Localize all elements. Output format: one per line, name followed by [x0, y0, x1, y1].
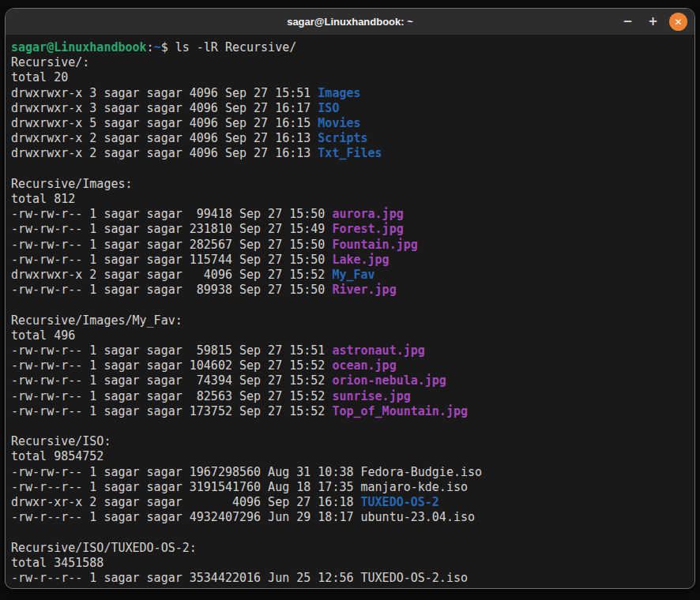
terminal-line: drwxrwxr-x 3 sagar sagar 4096 Sep 27 16:… — [11, 101, 690, 116]
terminal-line: Recursive/ISO/TUXEDO-OS-2: — [11, 541, 690, 556]
terminal-line — [11, 419, 690, 434]
terminal-text-segment: -rw-rw-r-- 1 sagar sagar 282567 Sep 27 1… — [11, 238, 332, 252]
terminal-text-segment: My_Fav — [332, 268, 374, 282]
terminal-text-segment: total 812 — [11, 192, 75, 206]
terminal-text-segment: $ ls -lR Recursive/ — [161, 40, 297, 54]
terminal-text-segment: total 496 — [11, 328, 75, 343]
titlebar[interactable]: sagar@Linuxhandbook: ~ − + ✕ — [6, 9, 694, 36]
terminal-line: -rw-rw-r-- 1 sagar sagar 89938 Sep 27 15… — [11, 283, 690, 298]
terminal-text-segment: River.jpg — [332, 283, 396, 297]
terminal-line: Recursive/: — [11, 55, 690, 70]
terminal-line: total 9854752 — [11, 449, 690, 464]
terminal-text-segment: orion-nebula.jpg — [332, 373, 446, 388]
terminal-line: -rw-rw-r-- 1 sagar sagar 104602 Sep 27 1… — [11, 358, 690, 373]
terminal-text-segment: sagar@Linuxhandbook — [11, 40, 147, 54]
terminal-text-segment: drwxrwxr-x 2 sagar sagar 4096 Sep 27 16:… — [11, 131, 318, 145]
terminal-line — [11, 162, 690, 177]
terminal-text-segment: Forest.jpg — [332, 222, 403, 236]
terminal-text-segment: -rw-rw-r-- 1 sagar sagar 59815 Sep 27 15… — [11, 343, 332, 358]
terminal-line: -rw-r--r-- 1 sagar sagar 3191541760 Aug … — [11, 480, 690, 495]
terminal-line: -rw-r--r-- 1 sagar sagar 3534422016 Jun … — [11, 571, 690, 586]
terminal-line: -rw-rw-r-- 1 sagar sagar 99418 Sep 27 15… — [11, 207, 690, 222]
terminal-line — [11, 298, 690, 313]
terminal-line: drwxrwxr-x 2 sagar sagar 4096 Sep 27 16:… — [11, 131, 690, 146]
terminal-text-segment: -rw-rw-r-- 1 sagar sagar 82563 Sep 27 15… — [11, 389, 332, 403]
terminal-text-segment: drwxrwxr-x 2 sagar sagar 4096 Sep 27 15:… — [11, 268, 332, 282]
terminal-text-segment: Movies — [318, 116, 360, 130]
desktop-background: { "window": { "title": "sagar@Linuxhandb… — [0, 0, 700, 600]
terminal-output[interactable]: sagar@Linuxhandbook:~$ ls -lR Recursive/… — [6, 36, 694, 588]
terminal-text-segment: Recursive/ISO/TUXEDO-OS-2: — [11, 541, 197, 555]
close-icon: ✕ — [674, 17, 682, 27]
terminal-line: total 496 — [11, 328, 690, 343]
terminal-line: -rw-r--r-- 1 sagar sagar 4932407296 Jun … — [11, 510, 690, 525]
terminal-line: -rw-rw-r-- 1 sagar sagar 74394 Sep 27 15… — [11, 373, 690, 388]
terminal-line: -rw-rw-r-- 1 sagar sagar 59815 Sep 27 15… — [11, 343, 690, 358]
terminal-text-segment: Recursive/ISO: — [11, 434, 111, 448]
terminal-text-segment: -rw-r--r-- 1 sagar sagar 3534422016 Jun … — [11, 571, 468, 585]
terminal-text-segment: -rw-rw-r-- 1 sagar sagar 231810 Sep 27 1… — [11, 222, 332, 236]
terminal-line: -rw-rw-r-- 1 sagar sagar 231810 Sep 27 1… — [11, 222, 690, 237]
terminal-text-segment: -rw-r--r-- 1 sagar sagar 4932407296 Jun … — [11, 510, 475, 524]
terminal-text-segment: drwxr-xr-x 2 sagar sagar 4096 Sep 27 16:… — [11, 495, 361, 509]
terminal-text-segment: total 3451588 — [11, 556, 103, 570]
terminal-text-segment: astronaut.jpg — [332, 343, 424, 358]
terminal-text-segment: -rw-rw-r-- 1 sagar sagar 115744 Sep 27 1… — [11, 253, 332, 267]
terminal-line: sagar@Linuxhandbook:~$ ls -lR Recursive/ — [11, 40, 690, 55]
terminal-text-segment: drwxrwxr-x 3 sagar sagar 4096 Sep 27 15:… — [11, 86, 318, 100]
terminal-text-segment: -rw-rw-r-- 1 sagar sagar 104602 Sep 27 1… — [11, 358, 332, 373]
terminal-text-segment: Images — [318, 86, 360, 100]
terminal-window: sagar@Linuxhandbook: ~ − + ✕ sagar@Linux… — [5, 8, 695, 589]
close-button[interactable]: ✕ — [669, 13, 687, 31]
terminal-text-segment: Recursive/: — [11, 55, 89, 69]
terminal-line: -rw-rw-r-- 1 sagar sagar 82563 Sep 27 15… — [11, 389, 690, 404]
minimize-icon: − — [623, 16, 633, 28]
terminal-line: total 3451588 — [11, 556, 690, 571]
terminal-text-segment: -rw-rw-r-- 1 sagar sagar 173752 Sep 27 1… — [11, 404, 332, 418]
terminal-text-segment: -rw-rw-r-- 1 sagar sagar 89938 Sep 27 15… — [11, 283, 332, 297]
terminal-line: drwxrwxr-x 5 sagar sagar 4096 Sep 27 16:… — [11, 116, 690, 131]
terminal-line: drwxrwxr-x 2 sagar sagar 4096 Sep 27 16:… — [11, 146, 690, 161]
terminal-text-segment: Txt_Files — [318, 146, 382, 160]
terminal-text-segment: Scripts — [318, 131, 367, 145]
terminal-text-segment: aurora.jpg — [332, 207, 403, 221]
terminal-text-segment: drwxrwxr-x 2 sagar sagar 4096 Sep 27 16:… — [11, 146, 318, 160]
terminal-line: -rw-rw-r-- 1 sagar sagar 282567 Sep 27 1… — [11, 238, 690, 253]
terminal-line: Recursive/Images/My_Fav: — [11, 313, 690, 328]
terminal-line: Recursive/ISO: — [11, 434, 690, 449]
terminal-line: total 812 — [11, 192, 690, 207]
terminal-text-segment: -rw-rw-r-- 1 sagar sagar 74394 Sep 27 15… — [11, 373, 332, 388]
terminal-text-segment: Fountain.jpg — [332, 238, 417, 252]
terminal-text-segment: Recursive/Images: — [11, 177, 133, 191]
window-controls: − + ✕ — [619, 9, 687, 35]
terminal-text-segment: Top_of_Mountain.jpg — [332, 404, 468, 418]
terminal-line: -rw-rw-r-- 1 sagar sagar 115744 Sep 27 1… — [11, 253, 690, 268]
maximize-icon: + — [648, 16, 658, 28]
terminal-text-segment: -rw-rw-r-- 1 sagar sagar 99418 Sep 27 15… — [11, 207, 332, 221]
terminal-line — [11, 526, 690, 541]
terminal-text-segment: Recursive/Images/My_Fav: — [11, 313, 183, 328]
terminal-line: Recursive/Images: — [11, 177, 690, 192]
terminal-text-segment: drwxrwxr-x 3 sagar sagar 4096 Sep 27 16:… — [11, 101, 318, 115]
terminal-text-segment: ocean.jpg — [332, 358, 396, 373]
terminal-text-segment: total 20 — [11, 70, 68, 84]
maximize-button[interactable]: + — [644, 13, 662, 31]
window-title: sagar@Linuxhandbook: ~ — [287, 16, 413, 28]
terminal-text-segment: Lake.jpg — [332, 253, 389, 267]
terminal-text-segment: ISO — [318, 101, 339, 115]
terminal-text-segment: sunrise.jpg — [332, 389, 410, 403]
terminal-line: drwxr-xr-x 2 sagar sagar 4096 Sep 27 16:… — [11, 495, 690, 510]
terminal-text-segment: -rw-rw-r-- 1 sagar sagar 1967298560 Aug … — [11, 465, 482, 479]
terminal-line: -rw-rw-r-- 1 sagar sagar 173752 Sep 27 1… — [11, 404, 690, 419]
terminal-text-segment: -rw-r--r-- 1 sagar sagar 3191541760 Aug … — [11, 480, 468, 494]
terminal-text-segment: drwxrwxr-x 5 sagar sagar 4096 Sep 27 16:… — [11, 116, 318, 130]
terminal-line: total 20 — [11, 70, 690, 85]
minimize-button[interactable]: − — [619, 13, 637, 31]
terminal-text-segment: : — [147, 40, 154, 54]
terminal-text-segment: total 9854752 — [11, 449, 103, 463]
terminal-line: -rw-rw-r-- 1 sagar sagar 1967298560 Aug … — [11, 465, 690, 480]
terminal-text-segment: TUXEDO-OS-2 — [361, 495, 439, 509]
terminal-line: drwxrwxr-x 3 sagar sagar 4096 Sep 27 15:… — [11, 86, 690, 101]
terminal-text-segment: ~ — [154, 40, 161, 54]
terminal-line: drwxrwxr-x 2 sagar sagar 4096 Sep 27 15:… — [11, 268, 690, 283]
